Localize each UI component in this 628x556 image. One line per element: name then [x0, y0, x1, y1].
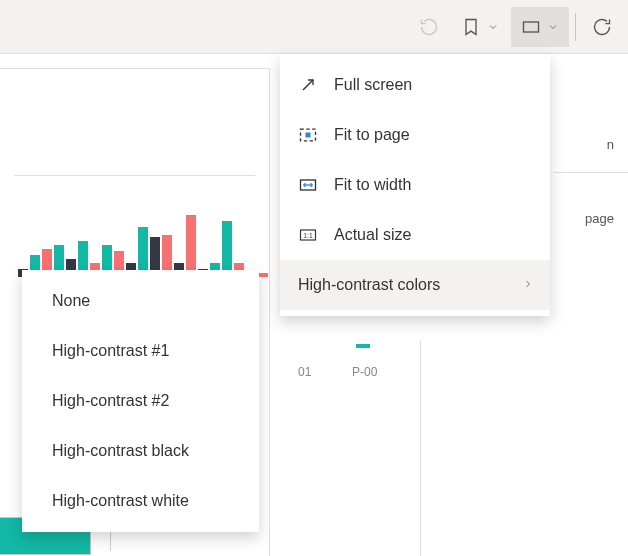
view-button[interactable] — [511, 7, 569, 47]
toolbar — [0, 0, 628, 54]
bookmark-icon — [461, 17, 481, 37]
menu-item-label: Full screen — [334, 76, 412, 94]
chart-bar — [258, 273, 268, 277]
menu-item-actual-size[interactable]: 1:1 Actual size — [280, 210, 550, 260]
reset-icon — [419, 17, 439, 37]
chart-bar — [222, 221, 232, 277]
chevron-down-icon — [547, 21, 559, 33]
submenu-item-hc1[interactable]: High-contrast #1 — [22, 326, 259, 376]
svg-rect-3 — [306, 133, 311, 138]
high-contrast-submenu: None High-contrast #1 High-contrast #2 H… — [22, 270, 259, 532]
chevron-down-icon — [487, 21, 499, 33]
panel-divider — [14, 175, 255, 176]
sidebar-text-fragment: page — [585, 211, 614, 226]
reset-button[interactable] — [409, 7, 449, 47]
chart-bar — [186, 215, 196, 277]
submenu-item-label: High-contrast #1 — [52, 342, 169, 360]
fit-to-page-icon — [298, 125, 318, 145]
visuals-pane-border — [420, 340, 421, 556]
refresh-icon — [592, 17, 612, 37]
svg-line-1 — [303, 80, 313, 90]
chevron-right-icon — [522, 276, 534, 294]
submenu-item-hc2[interactable]: High-contrast #2 — [22, 376, 259, 426]
actual-size-icon: 1:1 — [298, 225, 318, 245]
submenu-item-label: None — [52, 292, 90, 310]
submenu-item-hc-white[interactable]: High-contrast white — [22, 476, 259, 526]
refresh-button[interactable] — [582, 7, 622, 47]
submenu-item-label: High-contrast #2 — [52, 392, 169, 410]
fit-to-width-icon — [298, 175, 318, 195]
svg-text:1:1: 1:1 — [303, 232, 313, 239]
menu-item-label: Fit to page — [334, 126, 410, 144]
menu-item-label: High-contrast colors — [298, 276, 440, 294]
menu-item-fit-to-width[interactable]: Fit to width — [280, 160, 550, 210]
menu-item-label: Fit to width — [334, 176, 411, 194]
axis-tick: 01 — [298, 365, 311, 379]
axis-tick: P-00 — [352, 365, 377, 379]
bar-chart — [18, 215, 268, 277]
menu-item-high-contrast[interactable]: High-contrast colors — [280, 260, 550, 310]
submenu-item-hc-black[interactable]: High-contrast black — [22, 426, 259, 476]
menu-item-full-screen[interactable]: Full screen — [280, 60, 550, 110]
sidebar-divider — [554, 172, 628, 173]
submenu-item-none[interactable]: None — [22, 276, 259, 326]
menu-item-label: Actual size — [334, 226, 411, 244]
view-menu: Full screen Fit to page Fit to width 1:1… — [280, 54, 550, 316]
submenu-item-label: High-contrast white — [52, 492, 189, 510]
submenu-item-label: High-contrast black — [52, 442, 189, 460]
bookmark-button[interactable] — [451, 7, 509, 47]
legend-swatch — [356, 344, 370, 348]
toolbar-separator — [575, 13, 576, 41]
full-screen-icon — [298, 75, 318, 95]
sidebar-text-fragment: n — [607, 137, 614, 152]
svg-rect-0 — [524, 22, 539, 32]
view-rect-icon — [521, 17, 541, 37]
menu-item-fit-to-page[interactable]: Fit to page — [280, 110, 550, 160]
